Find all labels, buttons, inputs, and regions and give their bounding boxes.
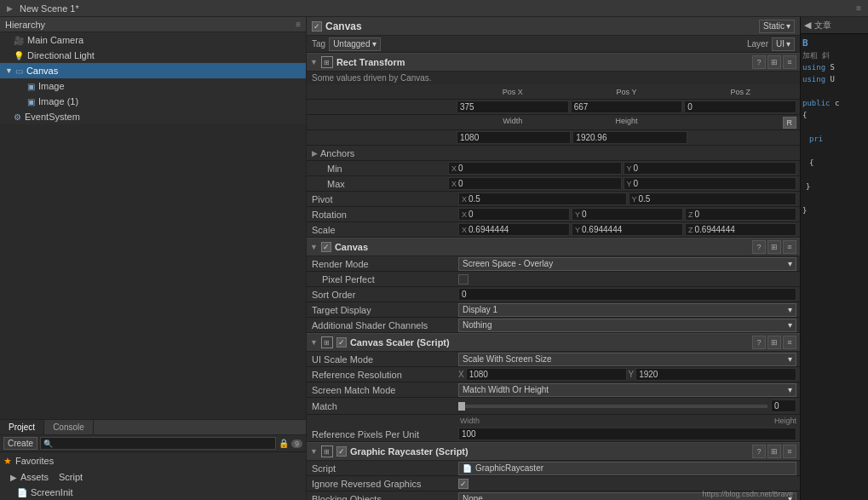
- pivot-row: Pivot X 0.5 Y 0.5: [307, 192, 800, 207]
- canvas-btn-1[interactable]: ?: [752, 240, 766, 254]
- ref-y-field[interactable]: 1920: [635, 368, 796, 381]
- ui-scale-mode-dropdown[interactable]: Scale With Screen Size ▾: [458, 353, 796, 366]
- checkbox-active[interactable]: ✓: [312, 21, 322, 32]
- scale-z-field[interactable]: Z 0.6944444: [685, 223, 796, 236]
- canvas-scaler-header[interactable]: ▼ ⊞ ✓ Canvas Scaler (Script) ? ⊞ ≡: [307, 333, 800, 352]
- additional-shader-dropdown[interactable]: Nothing ▾: [458, 319, 796, 332]
- gr-btn-1[interactable]: ?: [752, 445, 766, 458]
- scaler-btn-3[interactable]: ≡: [783, 336, 796, 349]
- min-x-field[interactable]: X 0: [448, 162, 622, 175]
- collapse-arrow-canvas[interactable]: ▼: [5, 66, 13, 75]
- anchors-collapse[interactable]: ▶: [312, 149, 318, 158]
- ref-x-label: X: [458, 370, 464, 379]
- light-icon: 💡: [14, 51, 24, 60]
- gr-btn-2[interactable]: ⊞: [767, 445, 781, 458]
- rot-z-field[interactable]: Z 0: [685, 208, 796, 221]
- target-display-dropdown[interactable]: Display 1 ▾: [458, 303, 796, 317]
- rot-y-field[interactable]: Y 0: [572, 208, 683, 221]
- project-tab[interactable]: Project: [0, 420, 44, 434]
- rect-transform-header[interactable]: ▼ ⊞ Rect Transform ? ⊞ ≡: [307, 53, 800, 72]
- canvas-component-header[interactable]: ▼ ✓ Canvas ? ⊞ ≡: [307, 238, 800, 256]
- tag-dropdown[interactable]: Untagged ▾: [329, 37, 380, 51]
- ignore-reversed-checkbox[interactable]: ✓: [458, 479, 468, 489]
- ref-pixels-row: Reference Pixels Per Unit 100: [307, 427, 800, 442]
- layer-dropdown[interactable]: UI ▾: [772, 37, 795, 51]
- sort-order-label: Sort Order: [312, 290, 457, 300]
- pos-z-field[interactable]: 0: [684, 101, 796, 113]
- script-label[interactable]: Script: [59, 472, 83, 482]
- hierarchy-item-image-1[interactable]: ▣ Image (1): [0, 94, 306, 109]
- sort-order-field[interactable]: 0: [458, 288, 796, 301]
- gr-collapse-arrow[interactable]: ▼: [310, 447, 318, 456]
- r-button[interactable]: R: [783, 117, 797, 129]
- hierarchy-item-main-camera[interactable]: 🎥 Main Camera: [0, 32, 306, 48]
- static-dropdown[interactable]: Static ▾: [759, 20, 795, 33]
- scaler-collapse-arrow[interactable]: ▼: [310, 338, 318, 347]
- scaler-btn-1[interactable]: ?: [752, 336, 766, 349]
- render-mode-chevron: ▾: [788, 259, 792, 268]
- hierarchy-item-label: Directional Light: [27, 50, 95, 60]
- screeninit-label: ScreenInit: [31, 487, 73, 497]
- pixel-perfect-checkbox[interactable]: [458, 274, 468, 284]
- wh-values-row: 1080 1920.96: [307, 130, 800, 146]
- wh-labels-row: Width Height R: [307, 115, 800, 130]
- project-icon-1[interactable]: 🔒: [279, 439, 289, 448]
- height-sublabel: Height: [774, 417, 796, 425]
- hierarchy-menu-icon[interactable]: ≡: [296, 20, 301, 29]
- gr-checkbox[interactable]: ✓: [336, 446, 347, 457]
- match-row: Match 0: [307, 398, 800, 415]
- max-x-field[interactable]: X 0: [448, 177, 622, 190]
- console-tab[interactable]: Console: [44, 420, 94, 434]
- event-icon: ⚙: [14, 112, 21, 122]
- rt-btn-2[interactable]: ⊞: [767, 55, 781, 69]
- pos-y-field[interactable]: 667: [571, 101, 683, 113]
- canvas-btn-2[interactable]: ⊞: [767, 240, 781, 254]
- pivot-y-field[interactable]: Y 0.5: [629, 193, 797, 205]
- canvas-btn-3[interactable]: ≡: [783, 240, 796, 254]
- ref-x-field[interactable]: 1080: [466, 368, 627, 381]
- screeninit-row[interactable]: 📄 ScreenInit: [0, 485, 306, 500]
- graphic-raycaster-header[interactable]: ▼ ⊞ ✓ Graphic Raycaster (Script) ? ⊞ ≡: [307, 442, 800, 461]
- canvas-scaler-title: Canvas Scaler (Script): [350, 337, 749, 348]
- script-row: Script 📄 GraphicRaycaster: [307, 461, 800, 476]
- screen-match-mode-dropdown[interactable]: Match Width Or Height ▾: [458, 383, 796, 397]
- script-icon: 📄: [463, 464, 472, 473]
- pivot-x-field[interactable]: X 0.5: [458, 193, 627, 205]
- scaler-checkbox[interactable]: ✓: [336, 337, 347, 348]
- tag-chevron-icon: ▾: [372, 39, 377, 49]
- scale-x-field[interactable]: X 0.6944444: [458, 223, 570, 236]
- rt-btn-3[interactable]: ≡: [783, 55, 796, 69]
- script-field[interactable]: 📄 GraphicRaycaster: [458, 462, 796, 475]
- back-arrow-icon[interactable]: ◀: [804, 20, 811, 31]
- hierarchy-item-image[interactable]: ▣ Image: [0, 78, 306, 94]
- menu-icon-1[interactable]: ≡: [856, 3, 861, 13]
- canvas-collapse-arrow[interactable]: ▼: [310, 243, 318, 251]
- scale-y-field[interactable]: Y 0.6944444: [572, 223, 683, 236]
- project-search-input[interactable]: 🔍: [40, 437, 276, 450]
- graphic-raycaster-component: ▼ ⊞ ✓ Graphic Raycaster (Script) ? ⊞ ≡ S…: [307, 442, 800, 500]
- ref-pixels-field[interactable]: 100: [458, 428, 796, 440]
- match-slider[interactable]: [458, 405, 767, 408]
- height-field[interactable]: 1920.96: [572, 131, 687, 144]
- hierarchy-item-eventsystem[interactable]: ⚙ EventSystem: [0, 109, 306, 124]
- rot-x-field[interactable]: X 0: [458, 208, 570, 221]
- assets-row[interactable]: ▶ Assets Script: [0, 469, 306, 485]
- rt-collapse-arrow[interactable]: ▼: [310, 58, 318, 66]
- scaler-btn-2[interactable]: ⊞: [767, 336, 781, 349]
- blocking-objects-dropdown[interactable]: None ▾: [458, 492, 796, 501]
- script-label: Script: [312, 463, 457, 474]
- rt-btn-1[interactable]: ?: [752, 55, 766, 69]
- width-field[interactable]: 1080: [457, 131, 571, 144]
- inspector-scroll-area[interactable]: ▼ ⊞ Rect Transform ? ⊞ ≡ Some values dri…: [307, 53, 800, 500]
- canvas-checkbox[interactable]: ✓: [321, 242, 331, 252]
- gr-btn-3[interactable]: ≡: [783, 445, 796, 458]
- max-y-field[interactable]: Y 0: [624, 177, 797, 190]
- create-button[interactable]: Create: [3, 437, 37, 450]
- render-mode-dropdown[interactable]: Screen Space - Overlay ▾: [458, 257, 796, 271]
- min-y-field[interactable]: Y 0: [624, 162, 797, 175]
- match-value-field[interactable]: 0: [771, 399, 796, 412]
- hierarchy-item-directional-light[interactable]: 💡 Directional Light: [0, 48, 306, 63]
- search-icon: 🔍: [43, 440, 53, 448]
- hierarchy-item-canvas[interactable]: ▼ ▭ Canvas: [0, 63, 306, 78]
- pos-x-field[interactable]: 375: [457, 101, 569, 113]
